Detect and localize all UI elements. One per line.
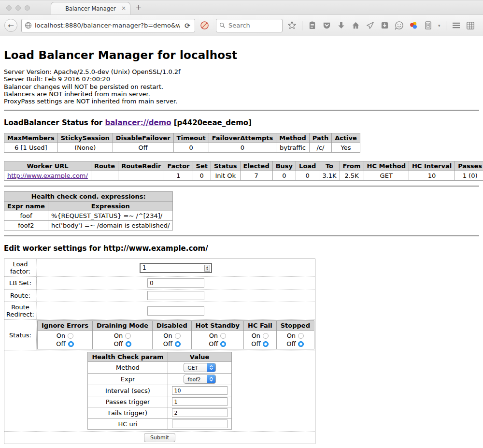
zoom-window-button[interactable]: [25, 5, 30, 11]
method-value-cell: GET: [168, 362, 231, 374]
worker-table: Worker URLRouteRouteRedirFactorSetStatus…: [4, 161, 483, 181]
hc-param-row-expr: Exprfoof2: [88, 374, 231, 385]
status-cell-hc-fail: OnOff: [244, 331, 277, 349]
save-to-pocket-icon[interactable]: [380, 21, 389, 30]
status-cell-stopped: OnOff: [276, 331, 314, 349]
table-row: OnOffOnOffOnOffOnOffOnOffOnOff: [38, 331, 314, 349]
hot-standby-on-radio[interactable]: [220, 333, 226, 339]
radio-label: On: [57, 332, 65, 340]
status-col-header-stopped: Stopped: [276, 321, 314, 331]
disabled-on-radio[interactable]: [175, 333, 181, 339]
search-bar[interactable]: [216, 19, 283, 32]
globe-icon: [22, 22, 35, 29]
hc-fail-on-radio[interactable]: [263, 333, 269, 339]
disabled-off-radio[interactable]: [175, 341, 181, 347]
interval-input[interactable]: [172, 386, 227, 395]
chevron-down-icon[interactable]: ▾: [438, 23, 440, 28]
status-table: Ignore ErrorsDraining ModeDisabledHot St…: [37, 320, 314, 349]
hc-uri-label: HC uri: [88, 419, 168, 430]
table-row: foof%{REQUEST_STATUS} =~ /^[234]/: [4, 211, 173, 221]
close-tab-icon[interactable]: ×: [121, 5, 126, 12]
back-button[interactable]: ←: [4, 19, 17, 32]
hc-uri-value-cell: [168, 419, 231, 430]
share-icon[interactable]: [366, 21, 375, 30]
load-factor-input[interactable]: [140, 263, 212, 273]
cell: 1: [164, 171, 193, 181]
menu-hamburger-icon[interactable]: [452, 21, 461, 30]
hc-fail-off-radio[interactable]: [263, 341, 269, 347]
column-header: From: [340, 161, 364, 171]
selected-value: foof2: [184, 376, 207, 382]
draining-mode-off-radio[interactable]: [126, 341, 131, 347]
radio-label: Off: [114, 340, 123, 348]
status-label: Status:: [4, 320, 37, 350]
downloads-icon[interactable]: [337, 21, 346, 30]
colored-dots-icon[interactable]: [409, 21, 418, 30]
radio-label: Off: [286, 340, 296, 348]
passes-input[interactable]: [172, 397, 227, 406]
status-cell-draining-mode: OnOff: [92, 331, 152, 349]
cell: %{REQUEST_STATUS} =~ /^[234]/: [48, 211, 173, 221]
home-icon[interactable]: [351, 21, 360, 30]
stopped-on-radio[interactable]: [298, 333, 304, 339]
method-label: Method: [88, 362, 168, 374]
divider: [4, 235, 479, 236]
expr-label: Expr: [88, 374, 168, 385]
server-info: Server Version: Apache/2.5.0-dev (Unix) …: [4, 68, 479, 105]
submit-button[interactable]: Submit: [144, 433, 175, 442]
ignore-errors-off-radio[interactable]: [68, 341, 74, 347]
cell: /c/: [309, 143, 331, 153]
new-tab-button[interactable]: +: [135, 2, 142, 12]
page-content: Load Balancer Manager for localhost Serv…: [0, 36, 483, 448]
pocket-icon[interactable]: [322, 21, 331, 30]
column-header: FailoverAttempts: [209, 133, 276, 143]
cell: [91, 171, 118, 181]
draining-mode-on-radio[interactable]: [125, 333, 131, 339]
ignore-errors-on-radio[interactable]: [68, 333, 73, 339]
number-stepper-icon[interactable]: ▲▼: [204, 265, 210, 272]
column-header: MaxMembers: [4, 133, 58, 143]
status-col-header-disabled: Disabled: [153, 321, 192, 331]
url-bar[interactable]: ⟳: [21, 19, 195, 32]
reading-list-icon[interactable]: [308, 21, 317, 30]
expr-value-cell: foof2: [168, 374, 231, 385]
route-input[interactable]: [147, 291, 204, 300]
stopped-off-radio[interactable]: [298, 341, 304, 347]
radio-label: On: [209, 332, 218, 340]
content-blocked-icon[interactable]: [200, 21, 209, 30]
toolbar-icons: ▾: [287, 21, 475, 30]
worker-url-link[interactable]: http://www.example.com/: [7, 172, 88, 179]
forget-smiley-icon[interactable]: [395, 21, 404, 30]
note-balancers: Balancers are NOT inherited from main se…: [4, 90, 479, 98]
bookmark-star-icon[interactable]: [287, 21, 297, 30]
balancer-status-table: MaxMembersStickySessionDisableFailoverTi…: [4, 133, 360, 153]
column-header: Factor: [164, 161, 193, 171]
table-row: foof2hc('body') =~ /domain is establishe…: [4, 221, 173, 231]
sidebar-panel-icon[interactable]: [424, 21, 433, 30]
balancer-demo-link[interactable]: balancer://demo: [105, 118, 171, 127]
lb-set-input[interactable]: [147, 278, 204, 288]
cell: GET: [364, 171, 409, 181]
route-redirect-input[interactable]: [147, 306, 204, 316]
hc-param-row-interval: Interval (secs): [88, 385, 231, 396]
url-input[interactable]: [35, 22, 180, 29]
passes-value-cell: [168, 396, 231, 407]
column-header: HC Interval: [409, 161, 455, 171]
hc-param-col-header: Health Check param: [88, 352, 168, 362]
method-select[interactable]: GET: [184, 363, 216, 372]
close-window-button[interactable]: [6, 5, 12, 11]
apps-grid-icon[interactable]: [466, 21, 475, 30]
cell: 0: [272, 171, 296, 181]
minimize-window-button[interactable]: [15, 5, 21, 11]
hot-standby-off-radio[interactable]: [220, 341, 226, 347]
fails-input[interactable]: [172, 408, 227, 417]
browser-tab[interactable]: Balancer Manager ×: [51, 2, 130, 15]
reload-icon[interactable]: ⟳: [180, 22, 195, 29]
radio-label: On: [287, 332, 296, 340]
expr-select[interactable]: foof2: [184, 375, 216, 384]
hc-uri-input[interactable]: [172, 419, 227, 428]
window-controls[interactable]: [6, 5, 30, 11]
cell: 1 (0): [455, 171, 483, 181]
radio-label: On: [163, 332, 172, 340]
hc-params-table: Health Check param Value MethodGETExprfo…: [87, 352, 231, 430]
